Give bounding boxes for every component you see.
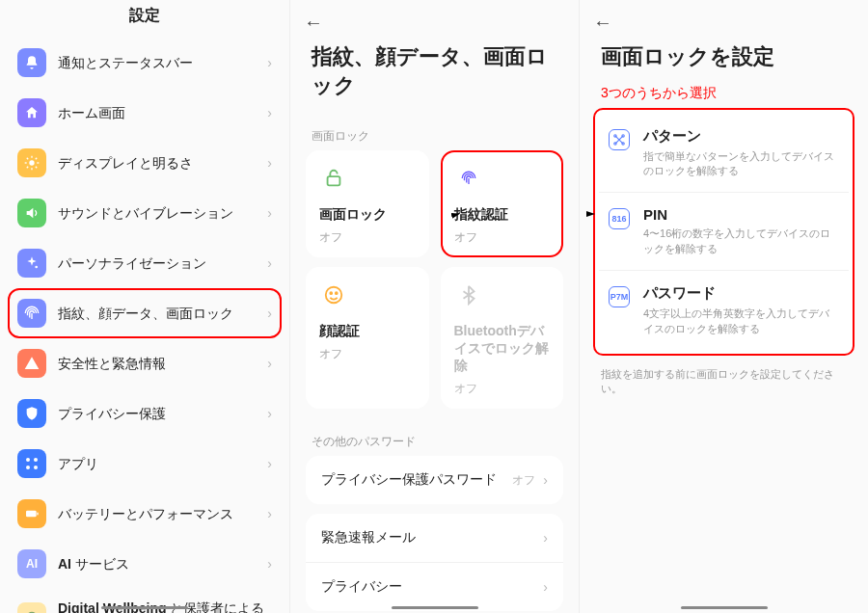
settings-item-label: 指紋、顔データ、画面ロック: [58, 305, 267, 322]
row-value: オフ: [512, 472, 535, 489]
settings-item-7[interactable]: プライバシー保護›: [8, 388, 282, 439]
settings-item-1[interactable]: ホーム画面›: [8, 88, 282, 138]
home-indicator[interactable]: [681, 606, 768, 609]
chevron-right-icon: ›: [267, 406, 272, 421]
fingerprint-icon: [454, 164, 483, 193]
chevron-right-icon: ›: [543, 530, 548, 546]
home-indicator[interactable]: [101, 606, 188, 609]
chevron-right-icon: ›: [267, 506, 272, 521]
lock-option-2[interactable]: P7Mパスワード4文字以上の半角英数字を入力してデバイスのロックを解除する: [599, 270, 849, 350]
chevron-right-icon: ›: [267, 556, 272, 572]
settings-item-0[interactable]: 通知とステータスバー›: [8, 38, 282, 88]
option-title: パターン: [643, 127, 839, 146]
settings-row[interactable]: プライバシー›: [306, 562, 563, 611]
card-title: 顔認証: [319, 323, 416, 340]
battery-icon: [17, 499, 46, 528]
settings-item-4[interactable]: パーソナライゼーション›: [8, 238, 282, 288]
chevron-right-icon: ›: [543, 579, 548, 595]
option-title: PIN: [643, 206, 839, 223]
chevron-right-icon: ›: [543, 472, 548, 488]
option-title: パスワード: [643, 284, 839, 303]
face-icon: [319, 280, 348, 309]
settings-item-9[interactable]: バッテリーとパフォーマンス›: [8, 489, 282, 539]
svg-rect-14: [26, 511, 37, 518]
settings-item-10[interactable]: AIAI サービス›: [8, 539, 282, 589]
lock-cards-row-2: 顔認証オフBluetoothデバイスでロック解除オフ: [290, 267, 579, 418]
chevron-right-icon: ›: [267, 105, 272, 120]
option-desc: 4〜16桁の数字を入力してデバイスのロックを解除する: [643, 227, 839, 256]
svg-point-13: [34, 466, 38, 469]
footer-note: 指紋を追加する前に画面ロックを設定してください。: [580, 358, 868, 406]
settings-item-label: サウンドとバイブレーション: [58, 204, 267, 222]
chevron-right-icon: ›: [267, 155, 272, 171]
settings-item-8[interactable]: アプリ›: [8, 439, 282, 489]
chevron-right-icon: ›: [267, 205, 272, 221]
settings-header: 設定: [0, 0, 289, 36]
bell-icon: [17, 48, 46, 77]
fingerprint-icon: [17, 299, 46, 328]
settings-item-11[interactable]: Digital Wellbeing と保護者による使用制限›: [8, 589, 282, 613]
chevron-right-icon: ›: [267, 306, 272, 321]
card-title: 指紋認証: [454, 206, 551, 224]
settings-item-label: バッテリーとパフォーマンス: [58, 505, 267, 522]
svg-point-11: [34, 458, 38, 462]
svg-line-5: [27, 158, 28, 159]
wellbeing-icon: [17, 602, 46, 613]
settings-item-label: AI サービス: [58, 555, 267, 573]
row-label: プライバシー: [321, 578, 543, 596]
lock-card-fingerprint[interactable]: 指紋認証オフ: [441, 150, 564, 257]
sparkle-icon: [17, 249, 46, 278]
setup-lock-column: ← 画面ロックを設定 3つのうちから選択 パターン指で簡単なパターンを入力してデ…: [579, 0, 868, 613]
settings-item-label: ホーム画面: [58, 104, 267, 121]
settings-item-label: 通知とステータスバー: [58, 54, 267, 71]
back-icon[interactable]: ←: [304, 12, 323, 34]
section-label-screen-lock: 画面ロック: [290, 113, 579, 150]
card-status: オフ: [319, 346, 416, 362]
svg-line-8: [36, 158, 37, 159]
page-title: 画面ロックを設定: [580, 33, 868, 85]
svg-point-12: [26, 466, 30, 469]
back-icon[interactable]: ←: [593, 12, 612, 34]
settings-list: 通知とステータスバー›ホーム画面›ディスプレイと明るさ›サウンドとバイブレーショ…: [0, 36, 289, 613]
home-icon: [17, 98, 46, 127]
settings-item-2[interactable]: ディスプレイと明るさ›: [8, 138, 282, 188]
settings-item-6[interactable]: 安全性と緊急情報›: [8, 338, 282, 388]
settings-row[interactable]: プライバシー保護パスワードオフ›: [306, 456, 563, 504]
svg-point-0: [29, 160, 34, 165]
pin-icon: 816: [609, 208, 630, 229]
lock-option-0[interactable]: パターン指で簡単なパターンを入力してデバイスのロックを解除する: [599, 114, 849, 193]
sun-icon: [17, 148, 46, 177]
page-title: 設定: [129, 7, 160, 23]
svg-point-18: [326, 287, 342, 304]
card-status: オフ: [454, 229, 551, 246]
settings-item-3[interactable]: サウンドとバイブレーション›: [8, 188, 282, 238]
page-title: 指紋、顔データ、画面ロック: [290, 33, 579, 113]
lock-column: ← 指紋、顔データ、画面ロック 画面ロック 画面ロックオフ指紋認証オフ 顔認証オ…: [289, 0, 579, 613]
settings-item-label: パーソナライゼーション: [58, 254, 267, 272]
lock-card-lock[interactable]: 画面ロックオフ: [306, 150, 429, 257]
password-icon: P7M: [609, 286, 630, 307]
option-desc: 4文字以上の半角英数字を入力してデバイスのロックを解除する: [643, 306, 839, 336]
svg-rect-15: [37, 513, 38, 516]
settings-row[interactable]: 緊急速報メール›: [306, 514, 563, 562]
section-label-other-pw: その他のパスワード: [290, 418, 579, 456]
row-label: プライバシー保護パスワード: [321, 471, 512, 489]
settings-item-5[interactable]: 指紋、顔データ、画面ロック›: [8, 288, 282, 338]
row-group-2: 緊急速報メール›プライバシー›: [306, 514, 563, 611]
pattern-icon: [609, 129, 630, 150]
lock-card-bluetooth: Bluetoothデバイスでロック解除オフ: [441, 267, 564, 409]
chevron-right-icon: ›: [267, 55, 272, 70]
svg-line-6: [36, 167, 37, 168]
chevron-right-icon: ›: [267, 255, 272, 271]
card-title: 画面ロック: [319, 206, 416, 224]
settings-item-label: 安全性と緊急情報: [58, 355, 267, 372]
bluetooth-icon: [454, 280, 483, 309]
speaker-icon: [17, 199, 46, 227]
chevron-right-icon: ›: [267, 356, 272, 371]
lock-card-face[interactable]: 顔認証オフ: [306, 267, 429, 409]
svg-rect-17: [328, 177, 340, 186]
row-label: 緊急速報メール: [321, 529, 543, 546]
lock-option-1[interactable]: 816PIN4〜16桁の数字を入力してデバイスのロックを解除する: [599, 192, 849, 270]
card-status: オフ: [319, 229, 416, 246]
home-indicator[interactable]: [392, 606, 478, 609]
